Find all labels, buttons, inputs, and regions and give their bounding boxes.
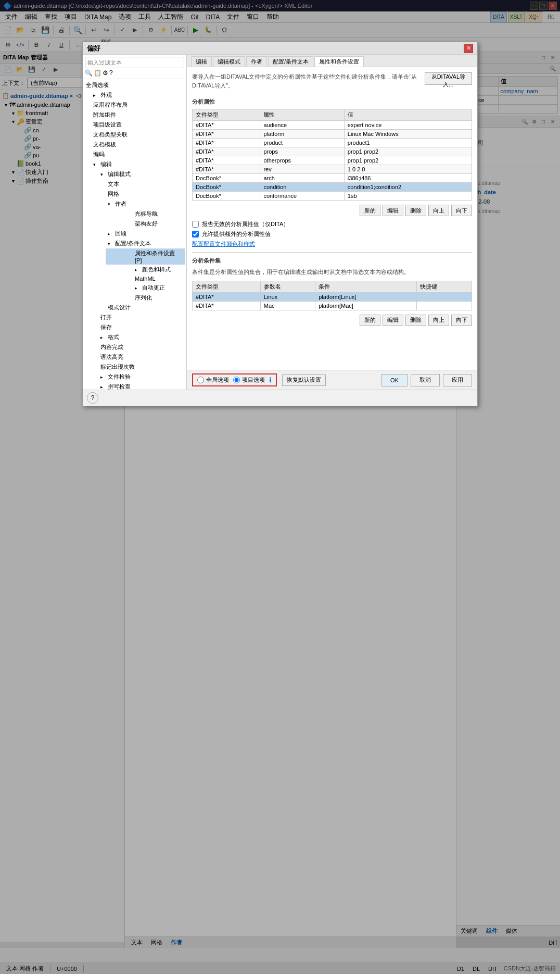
row-filetype-3: #DITA* [193,139,260,147]
menu-global[interactable]: 全局选项 [84,80,185,90]
menu-mark-count[interactable]: 标记出现次数 [98,362,185,372]
cond-table-buttons: 新的 编辑 删除 向上 向下 [192,315,472,326]
cond-new-btn[interactable]: 新的 [360,315,380,326]
menu-grid[interactable]: 网格 [106,189,185,199]
expand-appearance[interactable]: ▸ [93,93,99,98]
row-val-1: expert novice [344,121,472,130]
dialog-main-content: 要导入在一组DITAVAL文件中定义的分析属性并基于这些文件创建分析条件集，请单… [187,67,477,370]
row-val-5: prop1 prop2 [344,156,472,165]
menu-schema-friendly[interactable]: 架构友好 [106,219,185,229]
allow-extra-props-checkbox[interactable] [192,231,199,238]
props-delete-btn[interactable]: 删除 [405,205,426,216]
col-value: 值 [344,109,472,121]
menu-app-layout[interactable]: 应用程序布局 [91,100,185,110]
config-colors-link[interactable]: 配置配置文件颜色和样式 [192,241,255,247]
expand-edit[interactable]: ▾ [93,162,99,167]
expand-spell-check[interactable]: ▸ [100,384,107,390]
menu-color-style[interactable]: ▸颜色和样式 [106,265,185,274]
menu-edit-mode[interactable]: ▾编辑模式 [98,169,185,179]
apply-btn[interactable]: 应用 [443,374,472,386]
footer-right: OK 取消 应用 [381,374,472,386]
expand-file-check[interactable]: ▸ [100,374,107,380]
checkbox-row-1: 报告无效的分析属性值（仅DITA） [192,220,472,228]
cond-edit-btn[interactable]: 编辑 [383,315,403,326]
cond-shortcut-1 [417,292,472,301]
props-up-btn[interactable]: 向上 [428,205,449,216]
menu-config-cond[interactable]: ▾配置/条件文本 [106,239,185,248]
dialog-search-input[interactable] [85,57,184,68]
cond-up-btn[interactable]: 向上 [428,315,449,326]
help-icon[interactable]: ? [109,69,113,77]
dialog-close-btn[interactable]: ✕ [464,44,473,53]
menu-file-check[interactable]: ▸文件检验 [98,372,185,382]
prop-row-props: #DITA* props prop1 prop2 [193,147,472,156]
menu-cursor-nav[interactable]: 光标导航 [106,209,185,219]
menu-text[interactable]: 文本 [106,179,185,189]
cond-down-btn[interactable]: 向下 [451,315,472,326]
menu-serialize[interactable]: 序列化 [106,293,185,303]
menu-project-settings[interactable]: 项目级设置 [91,120,185,130]
conditions-desc: 条件集是分析属性值的集合，用于在编辑或生成输出时从文档中筛选文本内容或结构。 [192,268,472,277]
menu-encoding[interactable]: 编码 [91,149,185,159]
cond-name-1: Linux [260,292,315,301]
props-new-btn[interactable]: 新的 [360,205,380,216]
dialog-tab-edit-mode[interactable]: 编辑模式 [213,56,245,67]
prop-row-condition: DocBook* condition condition1;condition2 [193,183,472,192]
menu-appearance[interactable]: ▸外观 [91,90,185,100]
menu-author[interactable]: ▾作者 [106,199,185,209]
copy-icon[interactable]: 📋 [94,69,101,77]
help-btn[interactable]: ? [87,392,98,404]
dialog-tab-edit[interactable]: 编辑 [191,56,212,67]
search-icon[interactable]: 🔍 [85,69,93,77]
props-edit-btn[interactable]: 编辑 [383,205,403,216]
row-filetype-9: DocBook* [193,192,260,201]
radio-project[interactable] [233,377,240,383]
prop-row-rev: #DITA* rev 1 0 2 0 [193,165,472,174]
cond-delete-btn[interactable]: 删除 [405,315,426,326]
expand-color-style[interactable]: ▸ [135,267,141,272]
menu-spell-check[interactable]: ▸拼写检查 [98,382,185,390]
menu-doctype[interactable]: 文档类型关联 [91,130,185,140]
settings-icon[interactable]: ⚙ [103,69,108,77]
import-ditaval-btn[interactable]: 从DITAVAL导入... [425,72,472,85]
menu-mathml[interactable]: MathML [106,274,185,283]
row-attr-4: props [260,147,344,156]
expand-author[interactable]: ▾ [108,202,114,207]
props-down-btn[interactable]: 向下 [451,205,472,216]
menu-syntax-highlight[interactable]: 语法高亮 [98,352,185,362]
dialog-overlay: 偏好 ✕ 🔍 📋 ⚙ ? 全局选项 ▸外观 [0,0,560,974]
menu-templates[interactable]: 文档模板 [91,140,185,149]
search-icons: 🔍 📋 ⚙ ? [85,69,184,77]
row-val-2: Linux Mac Windows [344,130,472,139]
cancel-btn[interactable]: 取消 [411,374,440,386]
expand-review[interactable]: ▸ [108,231,114,236]
menu-schema-design[interactable]: 模式设计 [106,303,185,313]
ok-btn[interactable]: OK [381,374,408,386]
menu-content-complete[interactable]: 内容完成 [98,342,185,352]
expand-config-cond[interactable]: ▾ [108,241,114,246]
menu-open[interactable]: 打开 [98,313,185,322]
expand-format[interactable]: ▸ [100,335,107,340]
preferences-dialog: 偏好 ✕ 🔍 📋 ⚙ ? 全局选项 ▸外观 [82,42,478,406]
row-val-4: prop1 prop2 [344,147,472,156]
invalid-props-checkbox[interactable] [192,221,199,228]
menu-format[interactable]: ▸格式 [98,332,185,342]
expand-edit-mode[interactable]: ▾ [100,172,107,177]
menu-autocorrect[interactable]: ▸自动更正 [106,283,185,293]
dialog-tab-config-cond[interactable]: 配置/条件文本 [268,56,313,67]
menu-addons[interactable]: 附加组件 [91,110,185,120]
expand-autocorrect[interactable]: ▸ [135,285,141,291]
radio-global[interactable] [197,377,204,383]
menu-edit[interactable]: ▾编辑 [91,159,185,169]
col-filetype: 文件类型 [193,109,260,121]
dialog-tab-attr-settings[interactable]: 属性和条件设置 [314,56,364,67]
row-filetype-4: #DITA* [193,147,260,156]
menu-review[interactable]: ▸回顾 [106,229,185,239]
reset-defaults-btn[interactable]: 恢复默认设置 [282,374,326,386]
dialog-tab-author[interactable]: 作者 [246,56,267,67]
config-link-row: 配置配置文件颜色和样式 [192,240,472,248]
menu-attr-cond-settings[interactable]: 属性和条件设置 [P] [106,248,185,265]
menu-save[interactable]: 保存 [98,322,185,332]
analysis-props-table: 文件类型 属性 值 #DITA* audience expert novice [192,109,472,201]
prop-row-conformance: DocBook* conformance 1sb [193,192,472,201]
